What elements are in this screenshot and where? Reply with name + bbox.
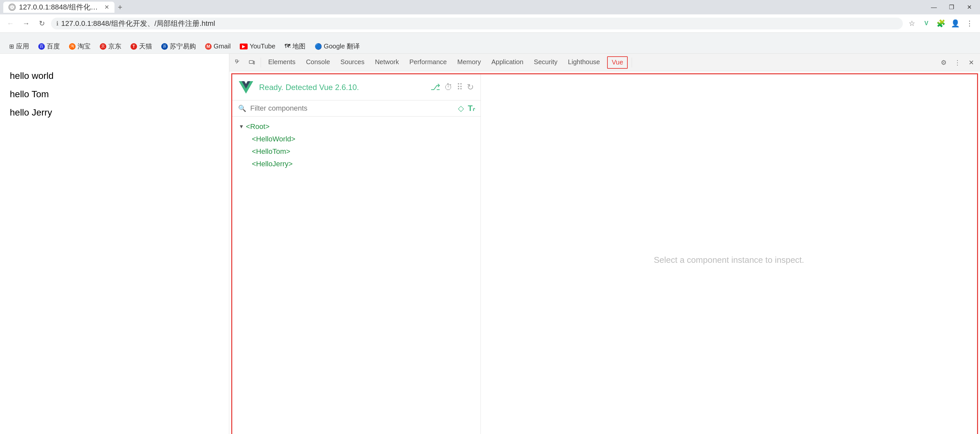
tab-elements[interactable]: Elements — [264, 54, 300, 71]
tab-security[interactable]: Security — [529, 54, 562, 71]
main-area: hello world hello Tom hello Jerry Elemen… — [0, 54, 980, 434]
devtools-device-icon[interactable] — [246, 56, 258, 69]
tree-item-root[interactable]: ▼ <Root> — [232, 120, 480, 133]
bookmark-tianmao[interactable]: T 天猫 — [127, 41, 156, 52]
tab-performance[interactable]: Performance — [405, 54, 452, 71]
tab-close-button[interactable]: ✕ — [104, 3, 109, 11]
extensions-button[interactable]: 🧩 — [934, 17, 947, 30]
vue-devtools-highlight: Ready. Detected Vue 2.6.10. ⎇ ⏱ ⠿ ↻ 🔍 — [231, 73, 978, 434]
devtools-right-controls: ⚙ ⋮ ✕ — [937, 56, 977, 69]
bookmark-suning-label: 苏宁易购 — [170, 42, 196, 51]
tab-security-label: Security — [534, 58, 557, 66]
profile-button[interactable]: 👤 — [948, 17, 962, 30]
select-component-message: Select a component instance to inspect. — [654, 255, 804, 265]
line-hello-jerry: hello Jerry — [10, 104, 219, 122]
forward-button[interactable]: → — [20, 17, 33, 30]
filter-icon-1[interactable]: ◇ — [458, 104, 464, 113]
bookmark-apps-label: 应用 — [16, 42, 29, 51]
toolbar-separator — [261, 57, 261, 67]
tab-network[interactable]: Network — [370, 54, 403, 71]
tab-application-label: Application — [491, 58, 523, 66]
menu-button[interactable]: ⋮ — [963, 17, 976, 30]
devtools-select-icon[interactable] — [232, 56, 244, 69]
tab-console-label: Console — [306, 58, 330, 66]
svg-rect-2 — [235, 60, 237, 62]
svg-text:i: i — [12, 6, 13, 9]
baidu-icon: 百 — [38, 43, 45, 50]
toolbar-sep2 — [632, 57, 632, 67]
bookmark-baidu-label: 百度 — [47, 42, 60, 51]
tree-item-hellotom[interactable]: <HelloTom> — [232, 145, 480, 158]
gmail-icon: M — [205, 43, 212, 50]
vue-logo — [239, 80, 253, 94]
vue-extension-button[interactable]: V — [920, 17, 933, 30]
tab-network-label: Network — [375, 58, 399, 66]
filter-components-input[interactable] — [250, 104, 454, 113]
tab-application[interactable]: Application — [487, 54, 528, 71]
close-button[interactable]: ✕ — [962, 2, 977, 13]
tab-console[interactable]: Console — [301, 54, 334, 71]
filter-icon-2[interactable]: Tᵣ — [468, 104, 475, 113]
vue-filter-bar: 🔍 ◇ Tᵣ — [232, 101, 480, 116]
tab-lighthouse-label: Lighthouse — [568, 58, 600, 66]
active-tab[interactable]: i 127.0.0.1:8848/组件化开发、/局... ✕ — [3, 2, 115, 13]
maximize-button[interactable]: ❐ — [944, 2, 959, 13]
devtools-panel: Elements Console Sources Network Perform… — [229, 54, 980, 434]
bookmark-youtube[interactable]: ▶ YouTube — [236, 41, 279, 51]
bookmark-button[interactable]: ☆ — [905, 17, 918, 30]
vue-refresh-icon[interactable]: ↻ — [467, 82, 474, 92]
component-tree: ▼ <Root> <HelloWorld> <HelloTom> — [232, 116, 480, 434]
vue-dots-icon[interactable]: ⠿ — [457, 82, 463, 92]
tab-memory-label: Memory — [457, 58, 481, 66]
bookmark-translate[interactable]: 🔵 Google 翻译 — [311, 41, 364, 52]
tab-vue[interactable]: Vue — [607, 56, 628, 69]
minimize-button[interactable]: — — [926, 2, 942, 13]
vue-history-icon[interactable]: ⏱ — [444, 82, 453, 92]
tree-item-hellojerry[interactable]: <HelloJerry> — [232, 158, 480, 170]
tree-item-helloworld[interactable]: <HelloWorld> — [232, 133, 480, 145]
translate-icon: 🔵 — [315, 43, 322, 50]
tab-vue-label: Vue — [612, 59, 623, 66]
tab-lighthouse[interactable]: Lighthouse — [563, 54, 605, 71]
nav-actions: ☆ V 🧩 👤 ⋮ — [905, 17, 976, 30]
back-button[interactable]: ← — [4, 17, 17, 30]
tab-memory[interactable]: Memory — [453, 54, 485, 71]
devtools-more-button[interactable]: ⋮ — [951, 56, 964, 69]
maps-icon: 🗺 — [285, 43, 291, 50]
bookmark-gmail[interactable]: M Gmail — [201, 41, 234, 51]
address-bar[interactable]: ℹ 127.0.0.1:8848/组件化开发、/局部组件注册.html — [51, 18, 903, 29]
page-text: hello world hello Tom hello Jerry — [10, 67, 219, 122]
taobao-icon: 淘 — [69, 43, 76, 50]
page-content: hello world hello Tom hello Jerry — [0, 54, 229, 434]
reload-button[interactable]: ↻ — [35, 17, 48, 30]
tab-sources-label: Sources — [340, 58, 364, 66]
svg-rect-4 — [253, 61, 255, 64]
tab-title: 127.0.0.1:8848/组件化开发、/局... — [19, 2, 101, 12]
bookmark-jd[interactable]: 京 京东 — [96, 41, 125, 52]
vue-component-tree-toggle-icon[interactable]: ⎇ — [431, 82, 440, 92]
vue-inspect-panel: Select a component instance to inspect. — [481, 74, 977, 434]
tab-favicon: i — [8, 3, 16, 11]
tab-elements-label: Elements — [268, 58, 295, 66]
window-controls: — ❐ ✕ — [926, 2, 977, 13]
vue-component-tree-panel: Ready. Detected Vue 2.6.10. ⎇ ⏱ ⠿ ↻ 🔍 — [232, 74, 481, 434]
bookmark-suning[interactable]: 苏 苏宁易购 — [158, 41, 200, 52]
nav-bar: ← → ↻ ℹ 127.0.0.1:8848/组件化开发、/局部组件注册.htm… — [0, 14, 980, 33]
url-text: 127.0.0.1:8848/组件化开发、/局部组件注册.html — [61, 19, 215, 29]
bookmark-jd-label: 京东 — [108, 42, 121, 51]
security-icon: ℹ — [56, 20, 59, 27]
bookmark-apps[interactable]: ⊞ 应用 — [5, 41, 33, 52]
bookmark-baidu[interactable]: 百 百度 — [34, 41, 64, 52]
bookmark-maps[interactable]: 🗺 地图 — [281, 41, 309, 52]
bookmark-taobao[interactable]: 淘 淘宝 — [65, 41, 94, 52]
new-tab-button[interactable]: + — [115, 2, 126, 13]
bookmark-tianmao-label: 天猫 — [139, 42, 152, 51]
devtools-toolbar: Elements Console Sources Network Perform… — [229, 54, 980, 71]
devtools-close-button[interactable]: ✕ — [965, 56, 977, 69]
tab-sources[interactable]: Sources — [336, 54, 369, 71]
youtube-icon: ▶ — [240, 43, 248, 49]
bookmark-gmail-label: Gmail — [213, 43, 231, 50]
bookmark-translate-label: Google 翻译 — [324, 42, 360, 51]
root-arrow-icon: ▼ — [239, 124, 244, 129]
devtools-settings-button[interactable]: ⚙ — [937, 56, 950, 69]
